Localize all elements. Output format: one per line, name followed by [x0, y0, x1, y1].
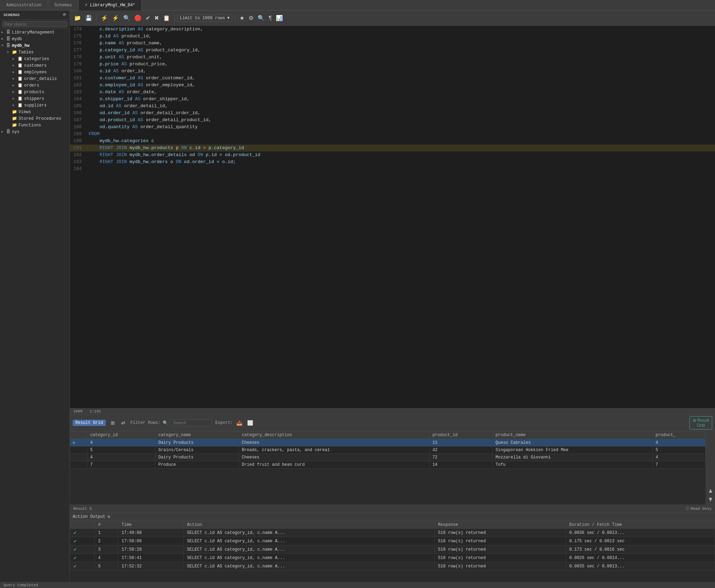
code-line-192[interactable]: 192 RIGHT JOIN mydb_hw.order_details od … [70, 152, 715, 159]
tab-schemas[interactable]: Schemas [48, 0, 79, 10]
format-button[interactable]: ¶ [267, 14, 273, 22]
rollback-button[interactable]: ✖ [153, 14, 160, 22]
col-header-category-id[interactable]: category_id [87, 432, 155, 439]
sidebar-item-functions[interactable]: 📁 Functions [0, 122, 69, 128]
code-line-182[interactable]: 182 o.employee_id AS order_employee_id, [70, 82, 715, 89]
line-number: 186 [70, 110, 87, 117]
code-line-175[interactable]: 175 p.id AS product_id, [70, 33, 715, 40]
filter-label: Filter Rows: [130, 420, 160, 425]
code-line-174[interactable]: 174 c.description AS category_descriptio… [70, 26, 715, 33]
sidebar-item-stored_procedures[interactable]: 📁 Stored Procedures [0, 115, 69, 122]
tree-arrow-icon: ▶ [13, 83, 17, 87]
code-line-184[interactable]: 184 o.shipper_id AS order_shipper_id, [70, 96, 715, 103]
col-header-product-extra[interactable]: product_ [653, 432, 705, 439]
code-line-183[interactable]: 183 o.date AS order_date, [70, 89, 715, 96]
sidebar-item-order_details[interactable]: ▶ 📋 order_details [0, 75, 69, 82]
sidebar-item-mydb[interactable]: ▶ 🗄 mydb [0, 36, 69, 42]
line-number: 184 [70, 96, 87, 103]
sidebar-item-sys[interactable]: ▶ 🗄 sys [0, 128, 69, 135]
code-line-190[interactable]: 190 mydb_hw.categories c [70, 138, 715, 145]
table-row[interactable]: 4Dairy ProductsCheeses72Mozzarella di Gi… [70, 454, 706, 461]
snippets-button[interactable]: 📋 [162, 14, 171, 22]
sidebar-item-libmgmt[interactable]: ▶ 🗄 LibraryManagement [0, 29, 69, 36]
form-view-button[interactable]: ⇄ [120, 419, 127, 426]
action-col-time: Time [118, 521, 183, 529]
sidebar-item-orders[interactable]: ▶ 📋 orders [0, 82, 69, 89]
code-line-177[interactable]: 177 p.category_id AS product_category_id… [70, 47, 715, 54]
grid-cell: 4 [653, 454, 705, 461]
code-editor[interactable]: 174 c.description AS category_descriptio… [70, 26, 715, 408]
code-line-188[interactable]: 188 od.quantity AS order_detail_quantity [70, 124, 715, 131]
execute-current-button[interactable]: ⚡ [111, 14, 120, 22]
explain-button[interactable]: 🔍 [122, 14, 132, 22]
line-code: RIGHT JOIN mydb_hw.orders o ON od.order_… [87, 159, 715, 166]
grid-wrapper[interactable]: category_id category_name category_descr… [70, 431, 706, 505]
line-code: FROM [87, 131, 715, 138]
code-line-179[interactable]: 179 p.price AS product_price, [70, 61, 715, 68]
visual-button[interactable]: 📊 [274, 14, 284, 22]
action-time-cell: 17:50:06 [118, 537, 183, 545]
code-line-186[interactable]: 186 od.order_id AS order_detail_order_id… [70, 110, 715, 117]
tree-type-icon: 🗄 [6, 43, 10, 48]
table-row[interactable]: 7ProduceDried fruit and bean curd14Tofu7 [70, 461, 706, 469]
tree-label: orders [24, 83, 39, 88]
search-input[interactable] [170, 419, 212, 426]
code-line-191[interactable]: 191 RIGHT JOIN mydb_hw.products p ON c.i… [70, 145, 715, 152]
col-header-product-name[interactable]: product_name [493, 432, 653, 439]
code-line-194[interactable]: 194 [70, 166, 715, 172]
tree-label: mydb [12, 37, 22, 42]
sidebar-item-categories[interactable]: ▶ 📋 categories [0, 56, 69, 62]
line-code: p.price AS product_price, [87, 61, 715, 68]
grid-view-button[interactable]: ⊞ [109, 419, 116, 426]
limit-dropdown[interactable]: Limit to 1000 rows ▼ [177, 15, 232, 22]
search-button[interactable]: 🔍 [256, 14, 266, 22]
sidebar-item-employees[interactable]: ▶ 📋 employees [0, 69, 69, 75]
result-grid-tab[interactable]: Result Grid [73, 420, 106, 426]
tree-label: employees [24, 70, 47, 75]
scroll-down-button[interactable]: ▼ [707, 496, 714, 503]
code-line-178[interactable]: 178 p.unit AS product_unit, [70, 54, 715, 61]
table-row[interactable]: ▶4Dairy ProductsCheeses11Queso Cabrales4 [70, 439, 706, 447]
commit-button[interactable]: ✔ [144, 14, 152, 22]
code-line-187[interactable]: 187 od.product_id AS order_detail_produc… [70, 117, 715, 124]
col-header-category-description[interactable]: category_description [239, 432, 429, 439]
action-action-cell: SELECT c.id AS category_id, c.name A... [183, 562, 434, 571]
sidebar-item-shippers[interactable]: ▶ 📋 shippers [0, 95, 69, 102]
sidebar-item-products[interactable]: ▶ 📋 products [0, 89, 69, 95]
tab-administration[interactable]: Administration [0, 0, 48, 10]
scroll-up-button[interactable]: ▲ [707, 487, 714, 494]
code-line-176[interactable]: 176 p.name AS product_name, [70, 40, 715, 47]
code-line-189[interactable]: 189 FROM [70, 131, 715, 138]
sidebar-refresh-icon[interactable]: ⟳ [63, 13, 66, 17]
col-header-product-id[interactable]: product_id [429, 432, 493, 439]
tab-library-label: ⚡ LibraryMngt_HW_04* [85, 2, 135, 8]
table-row[interactable]: 5Grains/CerealsBreads, crackers, pasta, … [70, 447, 706, 454]
sidebar-item-customers[interactable]: ▶ 📋 customers [0, 62, 69, 69]
code-line-181[interactable]: 181 o.customer_id AS order_customer_id, [70, 75, 715, 82]
action-num-cell: 3 [95, 545, 118, 554]
action-status-cell: ✔ [70, 554, 95, 562]
settings-button[interactable]: ⚙ [247, 14, 255, 22]
execute-button[interactable]: ⚡ [99, 14, 109, 22]
result-grid-icon[interactable]: ⊞ ResultGrid [690, 416, 712, 429]
save-button[interactable]: 💾 [84, 14, 94, 22]
filter-icon: 🔍 [163, 420, 168, 426]
action-row: ✔ 2 17:50:06 SELECT c.id AS category_id,… [70, 537, 715, 545]
filter-input[interactable] [2, 21, 67, 27]
open-file-button[interactable]: 📁 [73, 14, 82, 22]
stop-button[interactable]: 🛑 [133, 14, 143, 22]
sidebar-item-tables[interactable]: ▼ 📁 Tables [0, 49, 69, 56]
sidebar-item-views[interactable]: 📁 Views [0, 109, 69, 115]
wrap-button[interactable]: ⬜ [246, 419, 255, 426]
export-button[interactable]: 📤 [235, 419, 244, 426]
code-line-180[interactable]: 180 o.id AS order_id, [70, 68, 715, 75]
bookmark-button[interactable]: ★ [238, 14, 246, 22]
line-code: o.date AS order_date, [87, 89, 715, 96]
sidebar-item-mydb_hw[interactable]: ▼ 🗄 mydb_hw [0, 42, 69, 49]
tab-library[interactable]: ⚡ LibraryMngt_HW_04* [79, 0, 142, 10]
sidebar-item-suppliers[interactable]: ▶ 📋 suppliers [0, 102, 69, 109]
code-line-193[interactable]: 193 RIGHT JOIN mydb_hw.orders o ON od.or… [70, 159, 715, 166]
code-line-185[interactable]: 185 od.id AS order_detail_id, [70, 103, 715, 110]
line-code: od.product_id AS order_detail_product_id… [87, 117, 715, 124]
col-header-category-name[interactable]: category_name [155, 432, 239, 439]
